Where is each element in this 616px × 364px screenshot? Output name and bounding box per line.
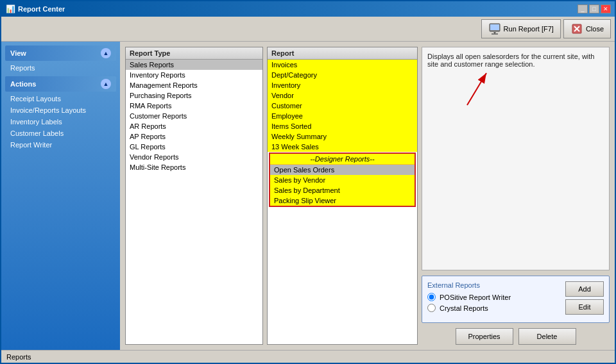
radio-crystal-reports[interactable]: Crystal Reports xyxy=(427,304,564,312)
list-item[interactable]: Sales by Department xyxy=(270,185,415,195)
list-item[interactable]: Multi-Site Reports xyxy=(126,162,262,172)
list-item[interactable]: Inventory xyxy=(268,80,417,90)
close-button[interactable]: Close xyxy=(563,19,611,38)
list-item[interactable]: AP Reports xyxy=(126,131,262,142)
sidebar-view-collapse-icon[interactable]: ▲ xyxy=(101,48,111,58)
arrow-annotation xyxy=(429,67,506,118)
bottom-buttons: Properties Delete xyxy=(422,328,610,345)
title-bar-icon: 📊 xyxy=(5,4,15,14)
close-icon xyxy=(570,22,583,35)
designer-reports-group: --Designer Reports-- Open Sales Orders S… xyxy=(269,153,416,207)
external-reports-title: External Reports xyxy=(427,281,564,289)
run-report-button[interactable]: Run Report [F7] xyxy=(481,19,561,38)
run-report-icon xyxy=(488,22,501,35)
breadcrumb-area: Reports xyxy=(6,353,610,361)
info-panel: Displays all open salesorders for the cu… xyxy=(422,47,610,345)
report-type-list[interactable]: Sales Reports Inventory Reports Manageme… xyxy=(126,60,262,344)
list-item[interactable]: Weekly Summary xyxy=(268,131,417,142)
sidebar-actions-section: Actions ▲ Receipt Layouts Invoice/Report… xyxy=(5,76,116,151)
svg-rect-1 xyxy=(490,24,499,30)
main-window: 📊 Report Center _ □ ✕ Run Report [F7] xyxy=(0,0,616,364)
sidebar-view-header: View ▲ xyxy=(5,46,116,61)
report-type-header: Report Type xyxy=(126,47,262,60)
report-panel: Report Invoices Dept/Category Inventory … xyxy=(267,47,418,345)
sidebar-item-report-writer[interactable]: Report Writer xyxy=(5,139,116,151)
list-item[interactable]: Purchasing Reports xyxy=(126,90,262,101)
info-description: Displays all open salesorders for the cu… xyxy=(427,53,594,68)
list-item[interactable]: Dept/Category xyxy=(268,70,417,80)
radio-positive-report-writer[interactable]: POSitive Report Writer xyxy=(427,293,564,301)
sidebar-item-invoice-layouts[interactable]: Invoice/Reports Layouts xyxy=(5,104,116,116)
sidebar-item-inventory-labels[interactable]: Inventory Labels xyxy=(5,116,116,128)
delete-button[interactable]: Delete xyxy=(518,328,576,345)
radio-positive-input[interactable] xyxy=(427,293,436,301)
radio-group-external: POSitive Report Writer Crystal Reports xyxy=(427,293,564,312)
list-item[interactable]: 13 Week Sales xyxy=(268,142,417,152)
list-item-open-sales-orders[interactable]: Open Sales Orders xyxy=(270,165,415,175)
list-item[interactable]: Vendor xyxy=(268,90,417,101)
sidebar-item-reports[interactable]: Reports xyxy=(5,62,116,74)
run-report-label: Run Report [F7] xyxy=(504,25,554,33)
list-item[interactable]: Employee xyxy=(268,111,417,121)
right-panel: Report Type Sales Reports Inventory Repo… xyxy=(120,42,615,350)
list-item[interactable]: AR Reports xyxy=(126,121,262,131)
sidebar-actions-collapse-icon[interactable]: ▲ xyxy=(101,79,111,89)
breadcrumb: Reports xyxy=(6,353,31,361)
list-item[interactable]: RMA Reports xyxy=(126,101,262,111)
sidebar-view-section: View ▲ Reports xyxy=(5,46,116,74)
report-list[interactable]: Invoices Dept/Category Inventory Vendor … xyxy=(268,60,417,344)
list-item[interactable]: Inventory Reports xyxy=(126,70,262,80)
list-item[interactable]: Sales by Vendor xyxy=(270,175,415,185)
sidebar-item-customer-labels[interactable]: Customer Labels xyxy=(5,128,116,139)
info-box: Displays all open salesorders for the cu… xyxy=(422,47,610,270)
close-label: Close xyxy=(586,25,604,33)
title-bar-buttons: _ □ ✕ xyxy=(578,4,611,13)
bottom-strip: Reports xyxy=(1,350,615,363)
panels-row: Report Type Sales Reports Inventory Repo… xyxy=(125,47,610,345)
window-close-button[interactable]: ✕ xyxy=(601,4,611,13)
svg-line-8 xyxy=(467,73,486,105)
designer-reports-header: --Designer Reports-- xyxy=(270,154,415,165)
list-item[interactable]: Vendor Reports xyxy=(126,152,262,162)
sidebar: View ▲ Reports Actions ▲ Receipt Layouts… xyxy=(1,42,120,350)
properties-button[interactable]: Properties xyxy=(456,328,513,345)
edit-button[interactable]: Edit xyxy=(565,299,604,315)
list-item[interactable]: Customer Reports xyxy=(126,111,262,121)
title-bar-text: Report Center xyxy=(18,5,578,13)
title-bar: 📊 Report Center _ □ ✕ xyxy=(1,1,615,17)
list-item[interactable]: GL Reports xyxy=(126,142,262,152)
sidebar-item-receipt-layouts[interactable]: Receipt Layouts xyxy=(5,93,116,104)
maximize-button[interactable]: □ xyxy=(589,4,599,13)
external-reports-box: External Reports POSitive Report Writer … xyxy=(422,276,610,323)
add-button[interactable]: Add xyxy=(565,281,604,297)
minimize-button[interactable]: _ xyxy=(578,4,588,13)
list-item[interactable]: Items Sorted xyxy=(268,121,417,131)
main-area: View ▲ Reports Actions ▲ Receipt Layouts… xyxy=(1,42,615,350)
report-type-panel: Report Type Sales Reports Inventory Repo… xyxy=(125,47,263,345)
sidebar-actions-header: Actions ▲ xyxy=(5,76,116,92)
list-item[interactable]: Invoices xyxy=(268,60,417,70)
ext-action-buttons: Add Edit xyxy=(565,281,604,315)
toolbar: Run Report [F7] Close xyxy=(1,17,615,42)
report-header: Report xyxy=(268,47,417,60)
list-item[interactable]: Packing Slip Viewer xyxy=(270,195,415,206)
list-item[interactable]: Management Reports xyxy=(126,80,262,90)
list-item[interactable]: Sales Reports xyxy=(126,60,262,70)
radio-crystal-input[interactable] xyxy=(427,304,436,312)
list-item[interactable]: Customer xyxy=(268,101,417,111)
